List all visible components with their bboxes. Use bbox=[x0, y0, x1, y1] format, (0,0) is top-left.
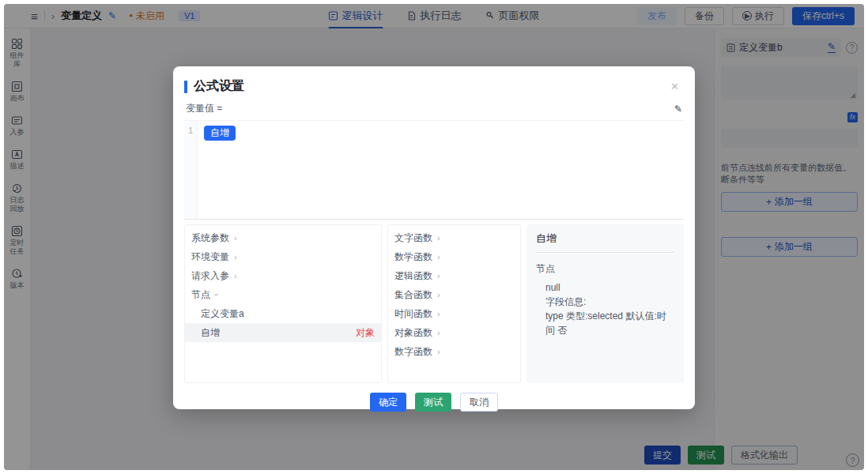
function-group-number[interactable]: 数字函数 › bbox=[388, 342, 520, 361]
function-group-label: 集合函数 bbox=[394, 285, 432, 304]
function-group-label: 文字函数 bbox=[394, 228, 432, 247]
modal-test-button[interactable]: 测试 bbox=[415, 393, 451, 412]
detail-group-label: 节点 bbox=[536, 262, 674, 276]
variable-token[interactable]: 自增 bbox=[204, 126, 236, 141]
modal-lists: 系统参数 › 环境变量 › 请求入参 › 节点 › 定义变量a bbox=[173, 220, 695, 383]
detail-value: null bbox=[545, 280, 674, 295]
close-icon[interactable]: ✕ bbox=[667, 79, 682, 94]
function-group-object[interactable]: 对象函数 › bbox=[388, 323, 520, 342]
chevron-right-icon: › bbox=[437, 266, 440, 285]
type-tag-object: 对象 bbox=[356, 323, 375, 342]
tree-group-system-params[interactable]: 系统参数 › bbox=[185, 228, 381, 247]
function-group-collection[interactable]: 集合函数 › bbox=[388, 285, 520, 304]
function-group-label: 时间函数 bbox=[394, 304, 432, 323]
screen: ≡ › 变量定义 ✎ ● 未启用 V1 逻辑设计 执行日志 bbox=[0, 0, 868, 474]
function-group-math[interactable]: 数学函数 › bbox=[388, 247, 520, 266]
function-group-time[interactable]: 时间函数 › bbox=[388, 304, 520, 323]
function-group-label: 对象函数 bbox=[394, 323, 432, 342]
field-label-row: 变量值 = ✎ bbox=[173, 102, 695, 115]
group-label: 环境变量 bbox=[191, 247, 229, 266]
chevron-right-icon: › bbox=[437, 342, 440, 361]
chevron-right-icon: › bbox=[437, 228, 440, 247]
tree-item-define-variable-a[interactable]: 定义变量a bbox=[185, 304, 381, 323]
group-label: 系统参数 bbox=[191, 228, 229, 247]
editor-content[interactable]: 自增 bbox=[198, 121, 684, 219]
chevron-down-icon: › bbox=[207, 293, 226, 296]
chevron-right-icon: › bbox=[437, 285, 440, 304]
title-accent-bar bbox=[184, 81, 187, 93]
editor-gutter: 1 bbox=[184, 121, 198, 219]
chevron-right-icon: › bbox=[234, 266, 237, 285]
variable-value-label: 变量值 = bbox=[186, 102, 674, 115]
tree-group-env-vars[interactable]: 环境变量 › bbox=[185, 247, 381, 266]
line-number: 1 bbox=[188, 126, 193, 135]
detail-lines: null 字段信息: type 类型:selected 默认值:时间 否 bbox=[536, 280, 674, 337]
detail-field-info-label: 字段信息: bbox=[545, 295, 674, 309]
tree-item-auto-increment[interactable]: 自增 对象 bbox=[185, 323, 381, 342]
confirm-button[interactable]: 确定 bbox=[370, 393, 406, 412]
chevron-right-icon: › bbox=[234, 247, 237, 266]
function-group-text[interactable]: 文字函数 › bbox=[388, 228, 520, 247]
detail-field-info: type 类型:selected 默认值:时间 否 bbox=[545, 309, 674, 337]
formula-editor[interactable]: 1 自增 bbox=[184, 120, 684, 220]
tree-group-nodes[interactable]: 节点 › bbox=[185, 285, 381, 304]
variable-tree-panel: 系统参数 › 环境变量 › 请求入参 › 节点 › 定义变量a bbox=[184, 224, 382, 383]
selection-detail-panel: 自增 节点 null 字段信息: type 类型:selected 默认值:时间… bbox=[526, 224, 684, 383]
tree-group-request-params[interactable]: 请求入参 › bbox=[185, 266, 381, 285]
cancel-button[interactable]: 取消 bbox=[460, 393, 498, 412]
modal-title: 公式设置 bbox=[194, 78, 667, 95]
tree-item-label: 定义变量a bbox=[201, 304, 244, 323]
group-label: 请求入参 bbox=[191, 266, 229, 285]
detail-title: 自增 bbox=[536, 231, 674, 253]
function-group-label: 数学函数 bbox=[394, 247, 432, 266]
chevron-right-icon: › bbox=[437, 247, 440, 266]
function-group-logic[interactable]: 逻辑函数 › bbox=[388, 266, 520, 285]
modal-footer: 确定 测试 取消 bbox=[173, 383, 695, 412]
edit-formula-icon[interactable]: ✎ bbox=[674, 103, 682, 115]
chevron-right-icon: › bbox=[437, 323, 440, 342]
modal-header: 公式设置 ✕ bbox=[173, 66, 695, 102]
function-group-label: 数字函数 bbox=[394, 342, 432, 361]
tree-item-label: 自增 bbox=[201, 323, 220, 342]
chevron-right-icon: › bbox=[234, 228, 237, 247]
formula-settings-modal: 公式设置 ✕ 变量值 = ✎ 1 自增 系统参数 › 环境变量 bbox=[173, 66, 695, 409]
chevron-right-icon: › bbox=[437, 304, 440, 323]
function-groups-panel: 文字函数 › 数学函数 › 逻辑函数 › 集合函数 › 时间函数 › bbox=[387, 224, 521, 383]
function-group-label: 逻辑函数 bbox=[394, 266, 432, 285]
